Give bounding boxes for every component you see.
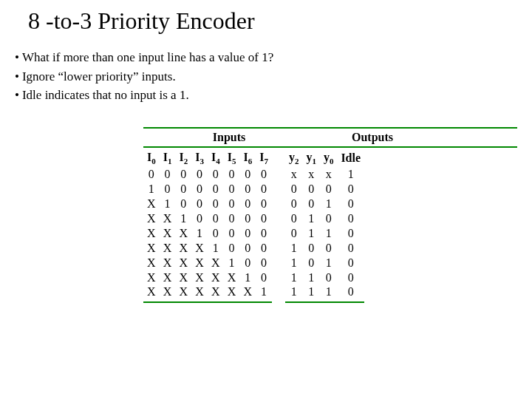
table-row: XXXXXXX11110 (143, 285, 364, 302)
cell-input: X (191, 270, 208, 285)
cell-input: 0 (239, 182, 256, 197)
col-header-y1: y1 (302, 148, 320, 167)
cell-input: X (160, 226, 176, 241)
bullet-dot: • (15, 69, 19, 83)
column-gap (272, 241, 285, 256)
cell-output: 1 (302, 270, 320, 285)
col-header-i1: I1 (160, 148, 176, 167)
cell-input: 1 (256, 285, 272, 302)
col-header-y2: y2 (285, 148, 303, 167)
cell-output: 1 (285, 270, 303, 285)
cell-output: 0 (285, 211, 303, 226)
cell-output: 0 (302, 256, 320, 270)
cell-input: X (208, 256, 224, 270)
cell-input: 0 (224, 241, 240, 256)
column-gap (272, 148, 285, 167)
column-gap (272, 226, 285, 241)
table-row: XXXXXX101100 (143, 270, 364, 285)
cell-input: 1 (191, 226, 208, 241)
cell-input: 1 (239, 270, 256, 285)
cell-output: x (302, 167, 320, 182)
truth-table-body: I0 I1 I2 I3 I4 I5 I6 I7 y2 y1 y0 Idle 00… (143, 148, 364, 303)
bullet-dot: • (15, 88, 19, 102)
cell-input: X (175, 226, 191, 241)
bullet-text: Ignore “lower priority” inputs. (22, 69, 176, 83)
cell-output: 0 (337, 182, 364, 197)
cell-input: X (224, 285, 240, 302)
cell-output: 0 (302, 241, 320, 256)
cell-input: X (143, 241, 160, 256)
cell-input: 0 (191, 182, 208, 197)
cell-output: 0 (285, 182, 303, 197)
table-row: X10000000010 (143, 197, 364, 211)
cell-input: 0 (208, 197, 224, 211)
col-header-i3: I3 (191, 148, 208, 167)
cell-input: X (239, 285, 256, 302)
cell-input: 0 (208, 167, 224, 182)
cell-input: X (143, 256, 160, 270)
bullet-list: •What if more than one input line has a … (15, 48, 517, 105)
cell-input: 0 (224, 182, 240, 197)
cell-output: 1 (285, 256, 303, 270)
cell-output: 1 (302, 285, 320, 302)
table-row: XXXXX1001010 (143, 256, 364, 270)
cell-input: 0 (175, 167, 191, 182)
cell-input: X (143, 211, 160, 226)
cell-output: 1 (320, 256, 338, 270)
cell-input: X (160, 241, 176, 256)
cell-input: 0 (256, 182, 272, 197)
cell-input: X (160, 270, 176, 285)
cell-output: 0 (337, 211, 364, 226)
cell-input: 0 (224, 226, 240, 241)
bullet-item: •What if more than one input line has a … (15, 48, 517, 67)
table-section-headers: Inputs Outputs (143, 127, 517, 148)
cell-input: 0 (175, 197, 191, 211)
cell-input: 0 (175, 182, 191, 197)
cell-input: 0 (191, 167, 208, 182)
cell-input: X (224, 270, 240, 285)
cell-input: X (160, 211, 176, 226)
cell-output: 1 (320, 197, 338, 211)
column-gap (272, 256, 285, 270)
cell-output: 0 (302, 182, 320, 197)
table-row: XXXX10001000 (143, 241, 364, 256)
col-header-i0: I0 (143, 148, 160, 167)
cell-output: x (320, 167, 338, 182)
column-gap (272, 197, 285, 211)
cell-input: 0 (191, 197, 208, 211)
cell-input: X (143, 285, 160, 302)
cell-input: 0 (239, 197, 256, 211)
cell-output: 0 (302, 197, 320, 211)
cell-input: X (175, 270, 191, 285)
table-header-row: I0 I1 I2 I3 I4 I5 I6 I7 y2 y1 y0 Idle (143, 148, 364, 167)
cell-input: X (143, 197, 160, 211)
cell-output: 1 (337, 167, 364, 182)
cell-input: 0 (224, 211, 240, 226)
cell-input: X (143, 226, 160, 241)
cell-input: 0 (256, 226, 272, 241)
bullet-item: •Idle indicates that no input is a 1. (15, 86, 517, 105)
col-header-i4: I4 (208, 148, 224, 167)
cell-input: X (143, 270, 160, 285)
table-row: XX1000000100 (143, 211, 364, 226)
cell-output: 1 (302, 211, 320, 226)
cell-output: 0 (285, 226, 303, 241)
cell-input: 0 (239, 241, 256, 256)
cell-output: 0 (337, 285, 364, 302)
bullet-text: What if more than one input line has a v… (22, 50, 273, 64)
cell-input: 0 (224, 197, 240, 211)
cell-input: 0 (239, 256, 256, 270)
cell-output: 0 (320, 211, 338, 226)
column-gap (272, 167, 285, 182)
cell-input: X (191, 256, 208, 270)
col-header-idle: Idle (337, 148, 364, 167)
cell-input: 1 (143, 182, 160, 197)
truth-table: Inputs Outputs I0 I1 I2 I3 I4 I5 I6 I7 y… (143, 127, 517, 303)
column-gap (272, 285, 285, 302)
cell-input: X (175, 285, 191, 302)
cell-output: 0 (337, 197, 364, 211)
cell-input: X (160, 285, 176, 302)
table-row: XXX100000110 (143, 226, 364, 241)
cell-output: 0 (337, 226, 364, 241)
cell-input: X (175, 256, 191, 270)
